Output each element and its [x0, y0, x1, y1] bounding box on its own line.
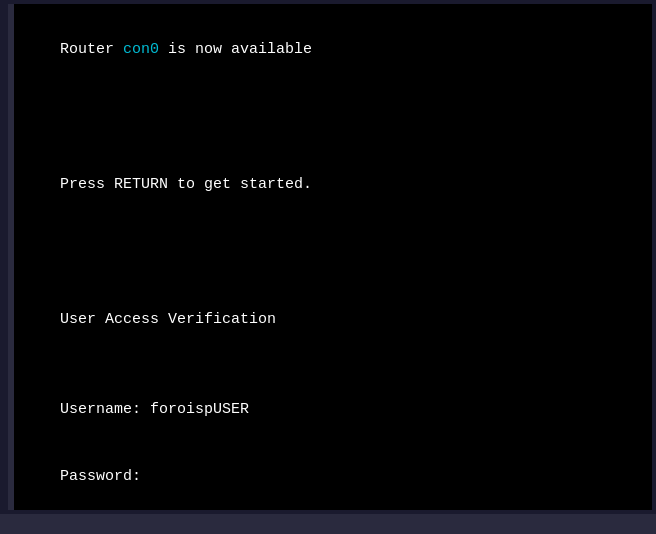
- text-available: is now available: [159, 41, 312, 58]
- terminal-blank-5: [24, 241, 636, 264]
- status-bar: [0, 514, 656, 534]
- terminal-username: Username: foroispUSER: [24, 376, 636, 444]
- terminal-password: Password:: [24, 444, 636, 511]
- text-router: Router: [60, 41, 123, 58]
- terminal-user-access: User Access Verification: [24, 286, 636, 354]
- text-press-return: Press RETURN to get started.: [60, 176, 312, 193]
- terminal-blank-6: [24, 264, 636, 287]
- left-border: [8, 4, 14, 510]
- terminal-press-return: Press RETURN to get started.: [24, 151, 636, 219]
- terminal[interactable]: Router con0 is now available Press RETUR…: [8, 4, 652, 510]
- text-username: Username: foroispUSER: [60, 401, 249, 418]
- text-con0: con0: [123, 41, 159, 58]
- terminal-blank-3: [24, 129, 636, 152]
- text-password: Password:: [60, 468, 141, 485]
- terminal-blank-4: [24, 219, 636, 242]
- terminal-line: Router con0 is now available: [24, 16, 636, 84]
- terminal-blank-2: [24, 106, 636, 129]
- terminal-blank-7: [24, 354, 636, 377]
- terminal-blank-1: [24, 84, 636, 107]
- text-user-access-verification: User Access Verification: [60, 311, 276, 328]
